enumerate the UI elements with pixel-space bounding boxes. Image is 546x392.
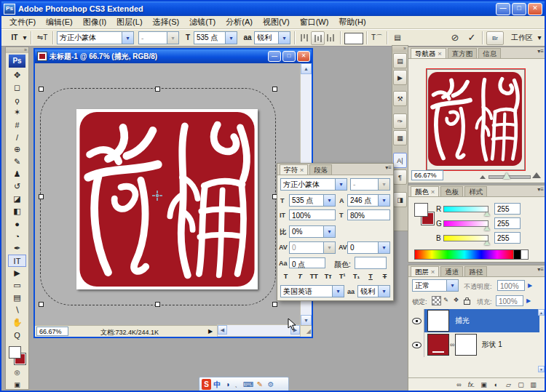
- punctuation-icon[interactable]: 、: [234, 379, 242, 390]
- tool-zoom[interactable]: Q: [8, 329, 26, 341]
- tool-eraser[interactable]: ◪: [8, 193, 26, 205]
- document-title-bar[interactable]: 未标题-1 @ 66.7% (捕光, RGB/8) — □ ✕: [35, 49, 312, 63]
- fill-field[interactable]: 100%: [496, 295, 523, 306]
- workspace-arrow-icon[interactable]: ▾: [537, 31, 542, 44]
- zoom-in-icon[interactable]: [532, 172, 541, 178]
- opacity-field[interactable]: 100%: [497, 280, 525, 291]
- tab-histogram[interactable]: 直方图: [448, 48, 478, 58]
- layer-mask-icon[interactable]: ▣: [478, 381, 490, 388]
- transform-handle-top-center[interactable]: [155, 87, 160, 92]
- text-orientation-icon[interactable]: ⇋T: [35, 31, 50, 44]
- dropdown-arrow-icon[interactable]: ▾: [323, 226, 335, 237]
- tab-navigator[interactable]: 导航器 ×: [411, 48, 446, 58]
- navigator-zoom-field[interactable]: 66.67%: [411, 170, 443, 180]
- superscript-button[interactable]: T¹: [337, 273, 348, 280]
- tool-type[interactable]: IT: [8, 255, 26, 267]
- menu-select[interactable]: 选择(S): [148, 16, 185, 28]
- char-size-select[interactable]: 535 点▾: [289, 194, 336, 207]
- tool-brush[interactable]: ✎: [8, 156, 26, 168]
- dropdown-arrow-icon[interactable]: ▾: [335, 179, 347, 190]
- scroll-down-icon[interactable]: ▼: [301, 315, 312, 326]
- layer-name[interactable]: 形状 1: [481, 340, 502, 350]
- visibility-toggle[interactable]: [409, 332, 424, 357]
- language-select[interactable]: 美国英语▾: [280, 285, 344, 297]
- kerning-select[interactable]: 0▾: [289, 241, 336, 254]
- layer-name[interactable]: 捕光: [455, 316, 470, 326]
- quick-mask-button[interactable]: ◎: [8, 366, 26, 378]
- font-size-select[interactable]: 535 点 ▾: [194, 31, 237, 44]
- menu-file[interactable]: 文件(F): [4, 16, 41, 28]
- dropdown-arrow-icon[interactable]: ▾: [323, 195, 335, 206]
- tab-layers[interactable]: 图层 ×: [411, 266, 439, 276]
- soft-keyboard-icon[interactable]: ⌨: [243, 379, 253, 390]
- menu-image[interactable]: 图像(I): [78, 16, 111, 28]
- menu-analysis[interactable]: 分析(A): [221, 16, 258, 28]
- transform-handle-bottom-right[interactable]: [272, 302, 277, 307]
- blue-value-field[interactable]: 255: [494, 232, 521, 244]
- tool-marquee[interactable]: ◻: [8, 81, 26, 94]
- tab-swatches[interactable]: 色板: [440, 186, 463, 196]
- warp-text-icon[interactable]: T⌒: [370, 31, 384, 44]
- faux-italic-button[interactable]: T: [294, 273, 305, 280]
- zoom-out-icon[interactable]: [480, 175, 486, 179]
- menu-edit[interactable]: 编辑(E): [41, 16, 78, 28]
- lock-position-icon[interactable]: ✥: [452, 296, 460, 304]
- tool-magic-wand[interactable]: ✶: [8, 106, 26, 119]
- align-bottom-button[interactable]: [324, 31, 336, 44]
- foreground-color-swatch[interactable]: [9, 346, 21, 359]
- delete-layer-icon[interactable]: ▥: [527, 381, 539, 388]
- color-spectrum-ramp[interactable]: [414, 249, 515, 260]
- workspace-button[interactable]: 工作区: [507, 31, 537, 44]
- tab-close-icon[interactable]: ×: [300, 166, 304, 174]
- tool-dodge[interactable]: ◔: [8, 230, 26, 242]
- history-palette-button[interactable]: ▤: [393, 53, 407, 68]
- foreground-color-swatch[interactable]: [414, 203, 428, 217]
- resize-grip-icon[interactable]: ◢: [306, 328, 311, 335]
- green-slider[interactable]: [443, 220, 488, 227]
- char-anti-alias-select[interactable]: 锐利▾: [357, 285, 390, 297]
- menu-filter[interactable]: 滤镜(T): [184, 16, 221, 28]
- new-layer-icon[interactable]: ▢: [515, 381, 527, 388]
- tool-lasso[interactable]: ϙ: [8, 94, 26, 106]
- char-font-family-select[interactable]: 方正小篆体▾: [280, 178, 347, 191]
- adjustment-layer-icon[interactable]: ◐: [490, 381, 502, 388]
- link-layers-icon[interactable]: ∞: [453, 381, 465, 388]
- align-top-button[interactable]: [298, 31, 310, 44]
- transform-handle-bottom-center[interactable]: [155, 302, 160, 307]
- layer-style-icon[interactable]: fx.: [465, 381, 478, 388]
- tracking-select[interactable]: 0▾: [347, 241, 390, 254]
- toolbox-collapse-icon[interactable]: »: [6, 47, 28, 53]
- tool-eyedropper[interactable]: ∖: [8, 304, 26, 316]
- chinese-mode-icon[interactable]: 中: [213, 379, 222, 390]
- red-value-field[interactable]: 255: [494, 203, 521, 215]
- new-group-icon[interactable]: ▱: [502, 381, 515, 388]
- status-menu-arrow-icon[interactable]: ▶: [208, 328, 213, 335]
- underline-button[interactable]: T: [365, 273, 376, 280]
- tab-close-icon[interactable]: ×: [438, 49, 442, 57]
- horizontal-scale-field[interactable]: 80%: [347, 209, 390, 220]
- palette-menu-icon[interactable]: ▾≡: [537, 266, 544, 273]
- tab-paths[interactable]: 路径: [464, 266, 487, 276]
- doc-close-button[interactable]: ✕: [297, 51, 310, 62]
- zoom-slider-thumb[interactable]: [503, 172, 510, 179]
- opacity-spinner-icon[interactable]: ▶: [528, 282, 532, 289]
- dropdown-arrow-icon[interactable]: ▾: [446, 280, 458, 291]
- proportional-spacing-select[interactable]: 0%▾: [289, 225, 336, 238]
- tab-close-icon[interactable]: ×: [431, 268, 435, 276]
- layer-row-shape[interactable]: ∞ 形状 1: [409, 332, 539, 357]
- tab-info[interactable]: 信息: [478, 48, 501, 58]
- green-slider-thumb[interactable]: [484, 226, 490, 231]
- toggle-palettes-icon[interactable]: ▤: [390, 31, 405, 44]
- red-slider-thumb[interactable]: [484, 212, 490, 216]
- palette-menu-icon[interactable]: ▾≡: [385, 164, 392, 171]
- baseline-shift-field[interactable]: 0 点: [289, 257, 325, 268]
- commit-edit-icon[interactable]: ✓: [465, 31, 478, 44]
- maximize-button[interactable]: □: [512, 3, 526, 15]
- navigator-thumbnail[interactable]: [427, 69, 525, 170]
- palette-menu-icon[interactable]: ▾≡: [537, 186, 544, 193]
- layers-scroll-down-icon[interactable]: ▼: [538, 366, 545, 372]
- vertical-scale-field[interactable]: 100%: [289, 209, 336, 220]
- shape-fill-thumbnail[interactable]: [427, 334, 449, 356]
- transform-handle-top-left[interactable]: [39, 87, 44, 92]
- layer-comps-palette-button[interactable]: ◨: [393, 192, 407, 207]
